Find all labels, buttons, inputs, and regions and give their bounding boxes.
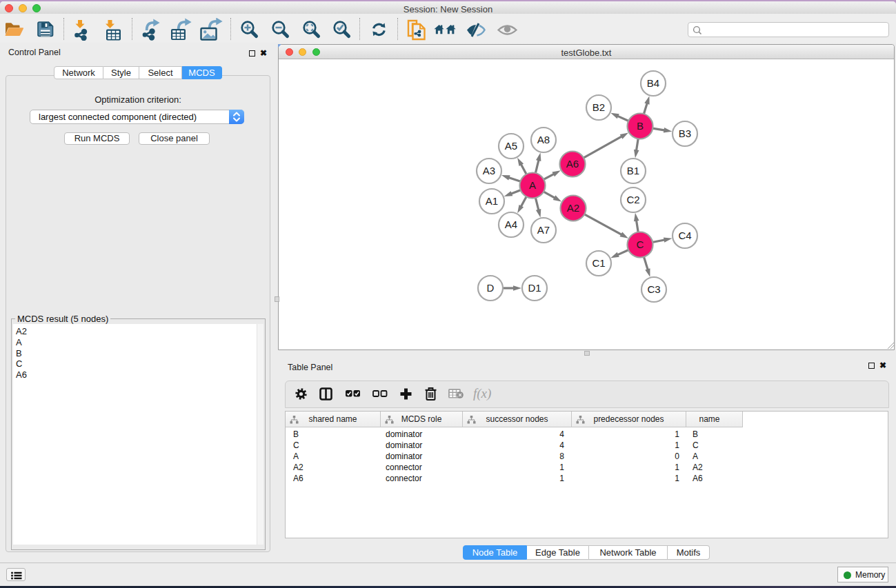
svg-text:A: A — [529, 179, 536, 191]
svg-text:B2: B2 — [593, 101, 605, 113]
svg-text:A4: A4 — [505, 219, 517, 230]
svg-text:A3: A3 — [483, 165, 495, 176]
svg-text:B1: B1 — [627, 165, 639, 176]
svg-text:C4: C4 — [678, 230, 691, 241]
svg-text:C2: C2 — [626, 194, 639, 205]
svg-text:A1: A1 — [486, 195, 498, 207]
svg-text:A7: A7 — [537, 224, 550, 236]
svg-text:B: B — [637, 120, 644, 132]
svg-text:D1: D1 — [528, 282, 541, 294]
svg-text:A6: A6 — [566, 158, 579, 170]
svg-text:A5: A5 — [505, 140, 517, 152]
svg-text:A2: A2 — [567, 202, 579, 214]
svg-text:D: D — [487, 282, 495, 294]
svg-text:A8: A8 — [537, 134, 550, 145]
svg-text:B4: B4 — [647, 77, 659, 89]
svg-text:C3: C3 — [647, 283, 660, 295]
svg-text:B3: B3 — [679, 128, 691, 139]
svg-text:C: C — [637, 239, 644, 250]
svg-text:C1: C1 — [592, 257, 605, 269]
